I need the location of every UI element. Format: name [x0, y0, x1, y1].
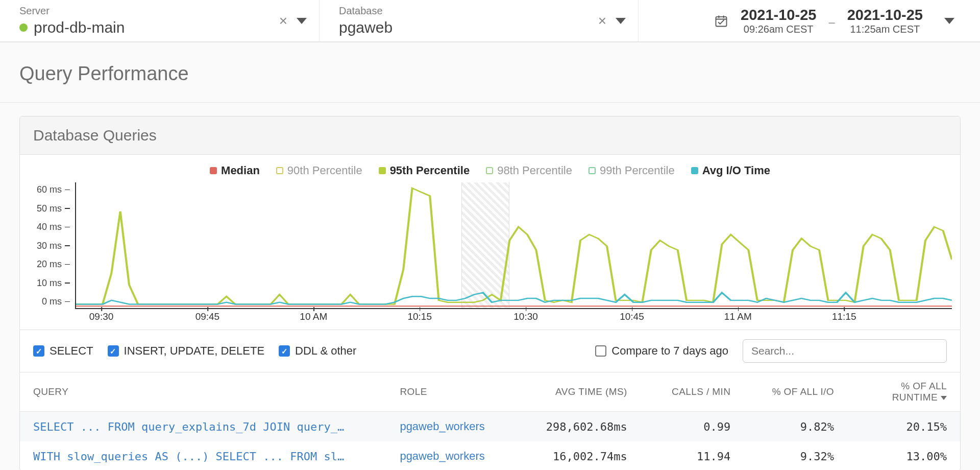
x-tick: 10:45 — [620, 311, 644, 322]
chart-lines — [76, 182, 952, 308]
series-line — [76, 293, 952, 304]
legend-label: 90th Percentile — [287, 164, 362, 177]
date-from: 2021-10-25 09:26am CEST — [741, 7, 816, 35]
compare-label: Compare to 7 days ago — [611, 344, 728, 358]
cell-query[interactable]: WITH slow_queries AS (...) SELECT ... FR… — [20, 441, 386, 470]
legend-swatch-icon — [276, 167, 283, 174]
date-to-date: 2021-10-25 — [847, 7, 923, 24]
legend-label: Median — [221, 164, 260, 177]
filter-ddl-label: DDL & other — [295, 344, 356, 358]
date-to: 2021-10-25 11:25am CEST — [847, 7, 923, 35]
filter-ddl-checkbox[interactable]: ✓ DDL & other — [279, 344, 356, 358]
series-line — [76, 188, 952, 304]
checkbox-checked-icon: ✓ — [33, 345, 44, 357]
checkbox-checked-icon: ✓ — [108, 345, 119, 357]
legend-label: 95th Percentile — [390, 164, 470, 177]
legend-item[interactable]: 95th Percentile — [379, 164, 470, 177]
col-calls-min[interactable]: CALLS / MIN — [641, 372, 744, 412]
x-tick: 10:30 — [513, 311, 538, 322]
server-status-dot-icon — [19, 24, 28, 32]
search-input[interactable] — [743, 339, 947, 363]
cell-avg-time: 298,602.68ms — [518, 412, 640, 442]
date-to-time: 11:25am CEST — [847, 24, 923, 35]
database-queries-card: Database Queries Median90th Percentile95… — [19, 116, 961, 470]
legend-item[interactable]: 90th Percentile — [276, 164, 362, 177]
calendar-icon — [714, 14, 728, 28]
chart-legend: Median90th Percentile95th Percentile98th… — [28, 164, 952, 177]
col-query[interactable]: QUERY — [20, 372, 386, 412]
filter-select-checkbox[interactable]: ✓ SELECT — [33, 344, 93, 358]
chart-plot-area[interactable] — [75, 182, 952, 309]
legend-swatch-icon — [379, 167, 386, 174]
filter-bar: ✓ SELECT ✓ INSERT, UPDATE, DELETE ✓ DDL … — [20, 330, 960, 372]
date-from-time: 09:26am CEST — [741, 24, 816, 35]
checkbox-checked-icon: ✓ — [279, 345, 290, 357]
col-pct-io[interactable]: % OF ALL I/O — [744, 372, 847, 412]
cell-avg-time: 16,002.74ms — [518, 441, 640, 470]
checkbox-unchecked-icon — [595, 345, 606, 357]
y-tick: 20 ms — [37, 259, 70, 270]
card-title: Database Queries — [20, 116, 960, 155]
legend-swatch-icon — [486, 167, 493, 174]
y-tick: 50 ms — [37, 203, 70, 214]
date-dropdown-caret-icon[interactable] — [944, 18, 954, 24]
database-label: Database — [339, 5, 619, 17]
database-value: pgaweb — [339, 19, 619, 36]
table-row[interactable]: WITH slow_queries AS (...) SELECT ... FR… — [20, 441, 960, 470]
table-row[interactable]: SELECT ... FROM query_explains_7d JOIN q… — [20, 412, 960, 442]
database-dropdown-caret-icon[interactable] — [616, 18, 626, 24]
date-range-selector[interactable]: 2021-10-25 09:26am CEST – 2021-10-25 11:… — [638, 0, 980, 41]
x-tick: 10:15 — [407, 311, 432, 322]
x-tick: 11 AM — [724, 311, 752, 322]
filter-iud-checkbox[interactable]: ✓ INSERT, UPDATE, DELETE — [108, 344, 264, 358]
legend-item[interactable]: 99th Percentile — [589, 164, 675, 177]
cell-calls-min: 11.94 — [641, 441, 744, 470]
server-label: Server — [19, 5, 300, 17]
cell-role[interactable]: pgaweb_workers — [386, 441, 518, 470]
y-tick: 10 ms — [37, 278, 70, 289]
legend-label: 99th Percentile — [600, 164, 675, 177]
legend-item[interactable]: Avg I/O Time — [691, 164, 770, 177]
x-tick: 10 AM — [300, 311, 327, 322]
legend-item[interactable]: 98th Percentile — [486, 164, 572, 177]
filter-select-label: SELECT — [50, 344, 93, 358]
legend-label: Avg I/O Time — [702, 164, 770, 177]
legend-item[interactable]: Median — [210, 164, 260, 177]
cell-query[interactable]: SELECT ... FROM query_explains_7d JOIN q… — [20, 412, 386, 442]
legend-label: 98th Percentile — [497, 164, 572, 177]
chart-x-axis: 09:3009:4510 AM10:1510:3010:4511 AM11:15 — [75, 309, 952, 326]
cell-pct-runtime: 20.15% — [847, 412, 960, 442]
chart-y-axis: 60 ms50 ms40 ms30 ms20 ms10 ms0 ms — [28, 184, 75, 307]
x-tick: 11:15 — [832, 311, 856, 322]
cell-role[interactable]: pgaweb_workers — [386, 412, 518, 442]
legend-swatch-icon — [210, 167, 217, 174]
cell-pct-runtime: 13.00% — [847, 441, 960, 470]
cell-pct-io: 9.82% — [744, 412, 847, 442]
date-separator: – — [828, 16, 835, 36]
server-dropdown-caret-icon[interactable] — [297, 18, 307, 24]
query-latency-chart[interactable]: Median90th Percentile95th Percentile98th… — [20, 155, 960, 330]
x-tick: 09:45 — [195, 311, 220, 322]
date-from-date: 2021-10-25 — [741, 7, 816, 24]
database-selector[interactable]: Database pgaweb × — [319, 0, 638, 41]
x-tick: 09:30 — [89, 311, 114, 322]
col-role[interactable]: ROLE — [386, 372, 518, 412]
server-value: prod-db-main — [34, 19, 125, 36]
context-selector-bar: Server prod-db-main × Database pgaweb × … — [0, 0, 980, 42]
cell-calls-min: 0.99 — [641, 412, 744, 442]
database-clear-icon[interactable]: × — [598, 14, 606, 28]
col-pct-runtime[interactable]: % OF ALL RUNTIME — [847, 372, 960, 412]
table-header-row: QUERY ROLE AVG TIME (MS) CALLS / MIN % O… — [20, 372, 960, 412]
y-tick: 30 ms — [37, 241, 70, 251]
y-tick: 0 ms — [42, 296, 70, 307]
server-clear-icon[interactable]: × — [279, 14, 287, 28]
legend-swatch-icon — [589, 167, 596, 174]
queries-table: QUERY ROLE AVG TIME (MS) CALLS / MIN % O… — [20, 372, 960, 470]
y-tick: 60 ms — [37, 184, 70, 195]
server-selector[interactable]: Server prod-db-main × — [0, 0, 319, 41]
y-tick: 40 ms — [37, 222, 70, 232]
filter-iud-label: INSERT, UPDATE, DELETE — [124, 344, 264, 358]
col-avg-time[interactable]: AVG TIME (MS) — [518, 372, 640, 412]
compare-checkbox[interactable]: Compare to 7 days ago — [595, 344, 728, 358]
svg-rect-0 — [716, 16, 727, 26]
